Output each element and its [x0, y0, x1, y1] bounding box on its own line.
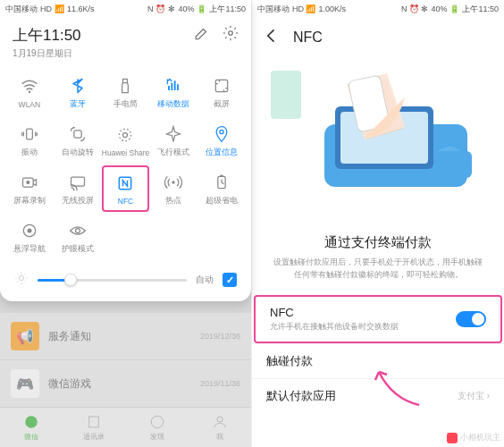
- airplane-icon: [163, 123, 184, 145]
- annotation-arrow: [370, 365, 433, 409]
- nfc-toggle-row[interactable]: NFC 允许手机在接触其他设备时交换数据: [254, 295, 502, 343]
- svg-rect-2: [123, 79, 128, 82]
- panel-date: 1月19日星期日: [13, 47, 81, 60]
- time-text: 上午11:50: [209, 4, 246, 15]
- avatar: 🎮: [11, 369, 39, 398]
- svg-point-23: [217, 417, 223, 422]
- battery-text: 40%: [431, 4, 447, 13]
- qs-tile-cast[interactable]: 无线投屏: [54, 165, 102, 212]
- rotate-icon: [67, 123, 88, 145]
- eye-protect-icon: [67, 220, 88, 241]
- speed-text: 11.6K/s: [67, 4, 95, 13]
- qs-tile-location[interactable]: 位置信息: [197, 117, 246, 164]
- brightness-row: 自动: [0, 264, 251, 292]
- location-icon: [211, 123, 232, 145]
- qs-tile-rotate[interactable]: 自动旋转: [54, 117, 102, 164]
- list-item[interactable]: 🎮 微信游戏 2019/11/36: [0, 360, 251, 408]
- status-bar: 中国移动 HD 📶 1.00K/s N ⏰ ✻ 40%🔋 上午11:50: [252, 0, 504, 18]
- speed-text: 1.00K/s: [319, 4, 347, 13]
- screenshot-icon: [211, 75, 232, 97]
- wifi-icon: [19, 76, 40, 97]
- nav-discover[interactable]: 发现: [126, 408, 189, 447]
- svg-point-6: [123, 132, 128, 137]
- nav-wechat[interactable]: 微信: [0, 408, 63, 447]
- svg-point-13: [172, 181, 175, 183]
- svg-point-7: [120, 129, 131, 140]
- carrier-text: 中国移动: [5, 4, 38, 15]
- cast-icon: [67, 172, 88, 193]
- time-text: 上午11:50: [462, 4, 499, 15]
- cellular-icon: [163, 75, 184, 97]
- qs-tile-eye-protect[interactable]: 护眼模式: [54, 214, 102, 260]
- svg-rect-21: [89, 417, 99, 427]
- quick-settings-panel: 中国移动 HD 📶 11.6K/s N ⏰ ✻ 40%🔋 上午11:50 上午1…: [0, 0, 251, 301]
- status-bar: 中国移动 HD 📶 11.6K/s N ⏰ ✻ 40%🔋 上午11:50: [0, 0, 251, 18]
- section-title: 通过支付终端付款: [270, 234, 486, 251]
- hotspot-icon: [163, 172, 184, 193]
- page-title: NFC: [293, 30, 323, 46]
- qs-tile-nfc[interactable]: NFC: [102, 165, 150, 212]
- svg-rect-15: [220, 174, 223, 176]
- nfc-status-icon: N: [147, 4, 154, 13]
- left-phone: 中国移动 HD 📶 11.6K/s N ⏰ ✻ 40%🔋 上午11:50 上午1…: [0, 0, 252, 447]
- battery-text: 40%: [178, 4, 194, 13]
- settings-icon[interactable]: [223, 25, 239, 45]
- qs-tile-powersave[interactable]: 超级省电: [197, 165, 246, 212]
- page-header: NFC: [252, 18, 504, 57]
- nav-me[interactable]: 我: [189, 408, 251, 447]
- svg-point-18: [75, 228, 80, 232]
- share-icon: [114, 124, 136, 146]
- alarm-icon: ⏰: [155, 4, 165, 13]
- nfc-illustration: [252, 57, 504, 218]
- svg-point-17: [27, 228, 31, 232]
- svg-rect-29: [436, 151, 472, 178]
- qs-tile-float-nav[interactable]: 悬浮导航: [5, 214, 54, 260]
- svg-point-10: [26, 180, 29, 183]
- svg-point-1: [29, 90, 31, 93]
- svg-point-0: [229, 31, 233, 36]
- svg-rect-24: [271, 71, 301, 119]
- right-phone: 中国移动 HD 📶 1.00K/s N ⏰ ✻ 40%🔋 上午11:50 NFC: [252, 0, 504, 447]
- qs-tile-hotspot[interactable]: 热点: [149, 165, 197, 212]
- qs-tile-screenshot[interactable]: 截屏: [197, 69, 246, 115]
- auto-brightness-checkbox[interactable]: [223, 273, 237, 287]
- panel-time: 上午11:50: [13, 25, 81, 46]
- list-item[interactable]: 📢 服务通知 2019/12/36: [0, 313, 251, 360]
- svg-rect-5: [74, 130, 81, 137]
- svg-point-20: [25, 416, 38, 428]
- qs-tile-share[interactable]: Huawei Share: [102, 117, 150, 164]
- brightness-icon: [14, 271, 29, 289]
- qs-tile-bluetooth[interactable]: 蓝牙: [54, 69, 102, 115]
- vibrate-icon: [19, 123, 40, 145]
- qs-tile-cellular[interactable]: 移动数据: [149, 69, 197, 115]
- bt-status-icon: ✻: [168, 4, 175, 13]
- nfc-toggle[interactable]: [456, 311, 486, 327]
- qs-tile-wifi[interactable]: WLAN: [5, 69, 54, 115]
- nfc-icon: [114, 173, 136, 194]
- hd-icon: HD: [40, 4, 52, 13]
- back-button[interactable]: [263, 27, 281, 48]
- edit-icon[interactable]: [194, 25, 210, 45]
- record-icon: [19, 172, 40, 193]
- auto-brightness-label: 自动: [196, 274, 214, 286]
- svg-rect-4: [27, 129, 33, 139]
- svg-point-8: [220, 130, 223, 133]
- nav-contacts[interactable]: 通讯录: [63, 408, 125, 447]
- qs-tile-vibrate[interactable]: 振动: [5, 117, 54, 164]
- powersave-icon: [211, 172, 232, 193]
- bottom-nav: 微信 通讯录 发现 我: [0, 408, 251, 447]
- brightness-slider[interactable]: [38, 279, 187, 282]
- carrier-text: 中国移动: [257, 4, 290, 15]
- section-subtitle: 设置触碰付款应用后，只要手机处于开机状态，用手机触碰任何带有触碰付款徽标的终端，…: [270, 257, 486, 281]
- quick-settings-grid: WLAN蓝牙手电筒移动数据截屏振动自动旋转Huawei Share飞行模式位置信…: [0, 65, 251, 264]
- qs-tile-airplane[interactable]: 飞行模式: [149, 117, 197, 164]
- flashlight-icon: [114, 75, 136, 97]
- bluetooth-icon: [67, 75, 88, 97]
- watermark: 小相机玩主: [447, 432, 500, 443]
- float-nav-icon: [19, 220, 40, 241]
- svg-point-22: [151, 416, 164, 428]
- qs-tile-record[interactable]: 屏幕录制: [5, 165, 54, 212]
- qs-tile-flashlight[interactable]: 手电筒: [102, 69, 150, 115]
- avatar: 📢: [11, 322, 39, 350]
- svg-rect-3: [215, 80, 227, 91]
